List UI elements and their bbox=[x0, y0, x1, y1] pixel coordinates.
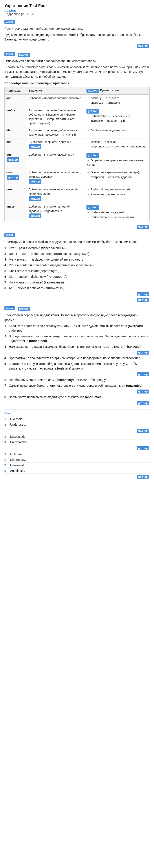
col-meaning: Значение bbox=[27, 87, 84, 94]
step-2-label: 2 шаг bbox=[4, 52, 15, 56]
answer-list: 1Overpaid.2Underused.gdz.top3Misplaced.4… bbox=[4, 416, 150, 474]
answer-item: 3Misplaced. bbox=[4, 434, 150, 439]
answer-text: Dishonesty. bbox=[10, 458, 26, 462]
watermark-table-over: gdz.top bbox=[7, 175, 19, 180]
example-item: → Antibody — антитело; bbox=[86, 96, 148, 100]
example-item: → Mistake — ошибка; bbox=[86, 140, 148, 144]
table-heading: Словообразование с помощью приставок bbox=[4, 82, 150, 85]
example-item: → Prevent — предотвращать bbox=[86, 192, 148, 196]
step-1-section: 1 шаг Прочитаем задание и поймем, что на… bbox=[4, 20, 150, 48]
list-item: 6 Не обвиняй меня в нечестности (dishone… bbox=[4, 378, 150, 382]
meaning-cell: Добавляем противоположное значение bbox=[27, 94, 84, 107]
page-title: Упражнение Test Four bbox=[4, 3, 150, 8]
watermark-4b: gdz.top bbox=[136, 401, 149, 405]
table-row: under-Добавляет значение: а) под; б) сде… bbox=[5, 203, 150, 221]
prefix-cell: over-gdz.top bbox=[5, 169, 27, 186]
table-row: un-/in-Выражает отрицание (un- чаще всег… bbox=[5, 107, 150, 127]
watermark-4a: gdz.top bbox=[18, 307, 30, 311]
page-subtitle: Подробное решение bbox=[4, 12, 150, 16]
watermark-1: gdz.top bbox=[136, 44, 149, 48]
answer-text: Prerecorded. bbox=[10, 440, 28, 444]
watermark-2b: gdz.top bbox=[87, 89, 99, 93]
example-item: → Unbelievable — невероятный; bbox=[86, 114, 148, 118]
prefix-cell: under- bbox=[5, 203, 27, 221]
answer-word: (outstare) bbox=[57, 367, 71, 370]
col-example: gdz.top Пример слов bbox=[84, 87, 150, 94]
list-item: 8 Anti + biotics = antibiotics (антибиот… bbox=[4, 286, 150, 290]
list-item: 7 Самым печальным было то, что некоторые… bbox=[4, 383, 150, 388]
watermark-table-under2: gdz.top bbox=[87, 205, 99, 210]
example-item: → Underwater — подводный; bbox=[86, 210, 148, 215]
step-1-body: Будем использовать подходящие приставки,… bbox=[4, 33, 150, 42]
table-row: dis-Выражает отрицание, добавляется к ко… bbox=[5, 127, 150, 138]
answer-word: (misplaced) bbox=[123, 345, 141, 348]
prefix-cell: anti- bbox=[5, 94, 27, 107]
list-item: 7 Un + wanted = unwanted (нежеланный). bbox=[4, 280, 150, 285]
step-3-section: 3 шаг Посмотрим на слова в скобках и под… bbox=[4, 233, 150, 302]
answer-number: 8 bbox=[4, 469, 8, 472]
answer-text: Underused. bbox=[10, 423, 26, 426]
list-item: 5 Out + stare = outstare (переглядеть). bbox=[4, 269, 150, 273]
example-item: → Outperform — превосходить, выполнять л… bbox=[86, 158, 148, 167]
answer-number: 3 bbox=[4, 435, 8, 438]
watermark-table-over2: gdz.top bbox=[29, 179, 41, 184]
watermark-3: gdz.top bbox=[136, 298, 149, 302]
watermark-table-under: gdz.top bbox=[29, 214, 41, 218]
step-2-intro: Ознакомимся с правилами словообразования… bbox=[4, 59, 150, 64]
answer-item: 7Unwanted. bbox=[4, 463, 150, 468]
answer-item: 5Outstare. bbox=[4, 452, 150, 457]
example-cell: → Antibody — антитело;→ antifreeze — ант… bbox=[84, 94, 150, 107]
list-item: 3 Нам сказали, что наши документы были у… bbox=[4, 344, 150, 349]
watermark-table-out: gdz.top bbox=[7, 157, 19, 162]
table-row: pre-Добавляет значение «происходящий пер… bbox=[5, 186, 150, 203]
answer-number: 7 bbox=[4, 464, 8, 467]
meaning-cell: Выражает неверность действияgdz.top bbox=[27, 138, 84, 151]
watermark-answer-3: gdz.top bbox=[136, 446, 149, 450]
answer-item: 2Underused. bbox=[4, 422, 150, 427]
watermark-table-mid: gdz.top bbox=[87, 109, 99, 114]
meaning-cell: Добавляет значение: а) под; б) сделанный… bbox=[27, 203, 84, 221]
watermark-table-pre: gdz.top bbox=[29, 196, 41, 201]
watermark-answer: gdz.top bbox=[136, 475, 149, 479]
answer-number: 6 bbox=[4, 458, 8, 462]
answer-text: Outstare. bbox=[10, 453, 23, 456]
answer-label: Ответ bbox=[4, 412, 150, 415]
example-item: → overpriced — слишком дорогой bbox=[86, 175, 148, 179]
step-2-section: 2 шаг gdz.top Ознакомимся с правилами сл… bbox=[4, 52, 150, 229]
meaning-cell: Добавляет значение «слишком сильно, слиш… bbox=[27, 169, 84, 186]
watermark-table-out2: gdz.top bbox=[87, 153, 99, 158]
answer-word: (overpaid) bbox=[128, 324, 143, 328]
step-3-intro: Посмотрим на слова в скобках и подумаем,… bbox=[4, 240, 150, 245]
meaning-cell: Добавляет значение «лучше чем» bbox=[27, 151, 84, 169]
step-4-list: 1 Сколько ты заплатил за покраску комнат… bbox=[4, 324, 150, 399]
answer-number: 5 bbox=[4, 453, 8, 456]
answer-text: Unwanted. bbox=[10, 464, 25, 467]
example-cell: gdz.top→ Underwater — подводный;→ Undere… bbox=[84, 203, 150, 221]
answer-word: (prerecorded) bbox=[121, 356, 142, 360]
answer-text: Overpaid. bbox=[10, 417, 24, 421]
step-4-section: 4 шаг gdz.top Прочитаем и переведем пред… bbox=[4, 306, 150, 406]
page-container: Упражнение Test Four gdz.top Подробное р… bbox=[0, 0, 154, 484]
watermark-2a: gdz.top bbox=[18, 53, 30, 57]
example-cell: → Disobey — не подчиниться bbox=[84, 127, 150, 138]
example-item: → mispronounce — произнести неправильно bbox=[86, 144, 148, 149]
answer-word: (dishonesty) bbox=[56, 378, 74, 382]
answer-word: (underused) bbox=[29, 339, 47, 343]
example-item: → incredible — невероятный bbox=[86, 119, 148, 123]
answer-item: 6Dishonesty. bbox=[4, 457, 150, 463]
example-cell: gdz.top→ Unbelievable — невероятный;→ in… bbox=[84, 107, 150, 127]
example-item: → Overact — переигрывать (об актёре); bbox=[86, 170, 148, 175]
prefix-cell: dis- bbox=[5, 127, 27, 138]
step-4-intro: Прочитаем и переведем предложения. Встав… bbox=[4, 313, 150, 322]
table-row: mis-Выражает неверность действияgdz.top→… bbox=[5, 138, 150, 151]
example-item: → Underestimate — недооценивать bbox=[86, 215, 148, 219]
meaning-cell: Добавляет значение «происходящий перед ч… bbox=[27, 186, 84, 203]
list-item: 5 Знаете ли вы игру, в которой два челов… bbox=[4, 362, 150, 371]
meaning-cell: Выражает отрицание (un- чаще всего добав… bbox=[27, 107, 84, 127]
watermark-step4-6: gdz.top bbox=[136, 390, 149, 394]
prefix-table: Приставка Значение gdz.top Пример слов a… bbox=[4, 87, 150, 221]
answer-word: (antibiotics) bbox=[85, 395, 102, 399]
answer-word: (unwanted) bbox=[126, 384, 143, 388]
watermark-answer-1: gdz.top bbox=[136, 429, 149, 433]
answer-number: 1 bbox=[4, 417, 8, 421]
